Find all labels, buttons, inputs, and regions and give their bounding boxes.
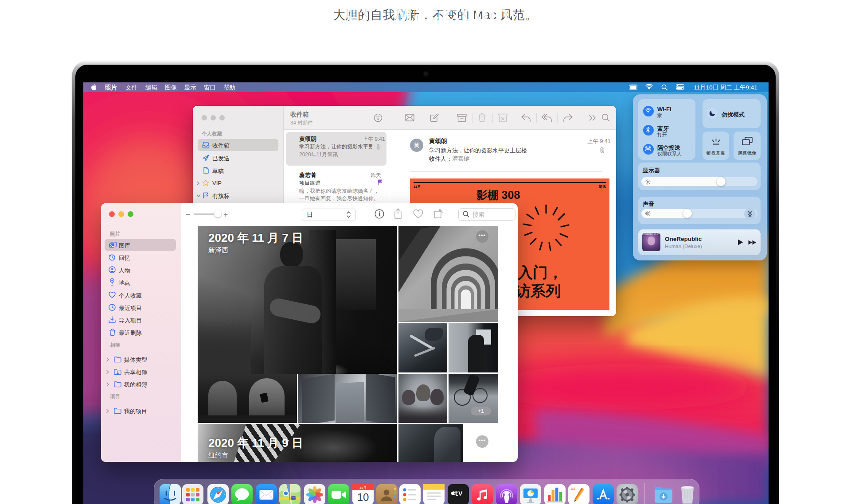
svg-text:11月: 11月	[359, 486, 367, 490]
svg-text:“: “	[571, 485, 576, 496]
svg-text:10: 10	[357, 491, 369, 503]
